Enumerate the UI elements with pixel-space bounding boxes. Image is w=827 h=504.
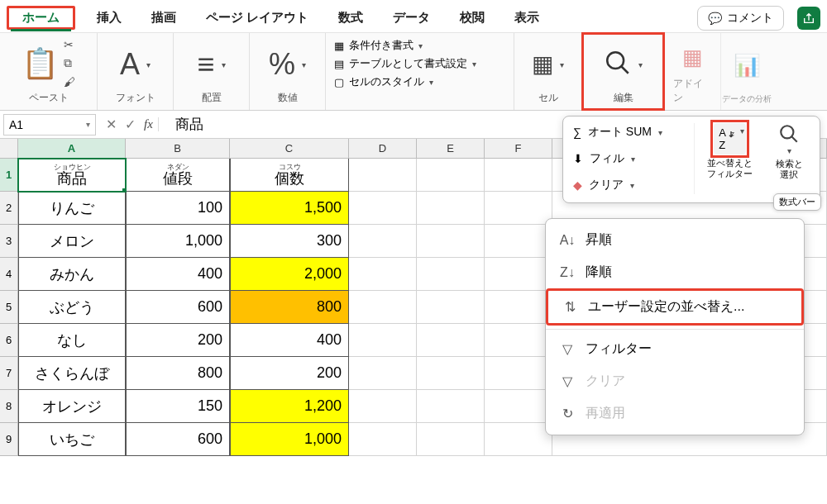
cell-A6[interactable]: なし xyxy=(18,324,126,357)
row-header[interactable]: 6 xyxy=(0,324,18,357)
formula-input[interactable]: 商品 xyxy=(165,115,203,134)
addin-icon[interactable]: ▦ xyxy=(682,45,703,70)
cell-empty[interactable] xyxy=(349,225,417,258)
col-header-B[interactable]: B xyxy=(126,139,230,158)
cell-A7[interactable]: さくらんぼ xyxy=(18,357,126,390)
find-icon[interactable] xyxy=(604,49,632,80)
cell-empty[interactable] xyxy=(417,357,485,390)
cell-empty[interactable] xyxy=(349,192,417,225)
cell-C4[interactable]: 2,000 xyxy=(230,258,349,291)
conditional-formatting-button[interactable]: ▦条件付き書式▾ xyxy=(334,38,476,53)
tab-formulas[interactable]: 数式 xyxy=(327,5,375,31)
cell-empty[interactable] xyxy=(417,324,485,357)
row-header[interactable]: 4 xyxy=(0,258,18,291)
cell-C6[interactable]: 400 xyxy=(230,324,349,357)
cell-empty[interactable] xyxy=(349,159,417,192)
format-painter-icon[interactable]: 🖌 xyxy=(64,75,75,88)
cell-C3[interactable]: 300 xyxy=(230,225,349,258)
cell-A8[interactable]: オレンジ xyxy=(18,390,126,423)
cell-A4[interactable]: みかん xyxy=(18,258,126,291)
cancel-icon[interactable]: ✕ xyxy=(106,116,117,132)
tab-draw[interactable]: 描画 xyxy=(140,5,188,31)
menu-sort-descending[interactable]: Z↓降順 xyxy=(546,256,804,288)
cell-empty[interactable] xyxy=(485,357,552,390)
cell-empty[interactable] xyxy=(485,192,552,225)
cell-empty[interactable] xyxy=(349,324,417,357)
cell-empty[interactable] xyxy=(485,324,552,357)
cell-empty[interactable] xyxy=(417,225,485,258)
col-header-C[interactable]: C xyxy=(230,139,349,158)
name-box[interactable]: A1 ▾ xyxy=(3,114,96,136)
cells-icon[interactable]: ▦ xyxy=(532,53,553,76)
cell-B2[interactable]: 100 xyxy=(126,192,230,225)
tab-review[interactable]: 校閲 xyxy=(448,5,496,31)
copy-icon[interactable]: ⧉ xyxy=(64,56,75,70)
cell-B8[interactable]: 150 xyxy=(126,390,230,423)
menu-custom-sort[interactable]: ⇅ユーザー設定の並べ替え... xyxy=(546,288,804,326)
cell-B5[interactable]: 600 xyxy=(126,291,230,324)
format-as-table-button[interactable]: ▤テーブルとして書式設定▾ xyxy=(334,56,476,71)
cell-empty[interactable] xyxy=(349,423,417,456)
chevron-down-icon[interactable]: ▾ xyxy=(638,60,643,69)
cell-C9[interactable]: 1,000 xyxy=(230,423,349,456)
cell-empty[interactable] xyxy=(485,390,552,423)
cell-empty[interactable] xyxy=(417,390,485,423)
comments-button[interactable]: 💬 コメント xyxy=(697,6,784,31)
cell-C1[interactable]: コスウ個数 xyxy=(230,159,349,192)
menu-filter[interactable]: ▽フィルター xyxy=(546,333,804,365)
row-header[interactable]: 9 xyxy=(0,423,18,456)
cell-empty[interactable] xyxy=(417,258,485,291)
cell-empty[interactable] xyxy=(349,258,417,291)
chevron-down-icon[interactable]: ▾ xyxy=(560,60,564,69)
row-header[interactable]: 5 xyxy=(0,291,18,324)
cell-B9[interactable]: 600 xyxy=(126,423,230,456)
cell-A3[interactable]: メロン xyxy=(18,225,126,258)
row-header[interactable]: 8 xyxy=(0,390,18,423)
autosum-button[interactable]: ∑オート SUM▾ xyxy=(570,123,694,141)
cell-styles-button[interactable]: ▢セルのスタイル▾ xyxy=(334,74,476,89)
chevron-down-icon[interactable]: ▾ xyxy=(302,60,306,69)
menu-sort-ascending[interactable]: A↓昇順 xyxy=(546,224,804,256)
fill-handle[interactable] xyxy=(122,188,126,192)
select-all-corner[interactable] xyxy=(0,139,18,158)
share-button[interactable] xyxy=(797,7,820,30)
sort-filter-button[interactable]: AZ ▾ xyxy=(714,123,746,155)
chevron-down-icon[interactable]: ▾ xyxy=(146,60,151,69)
col-header-E[interactable]: E xyxy=(417,139,485,158)
cell-B4[interactable]: 400 xyxy=(126,258,230,291)
tab-insert[interactable]: 挿入 xyxy=(85,5,133,31)
cell-A5[interactable]: ぶどう xyxy=(18,291,126,324)
cell-A2[interactable]: りんご xyxy=(18,192,126,225)
cell-B1[interactable]: ネダン値段 xyxy=(126,159,230,192)
cell-empty[interactable] xyxy=(417,159,485,192)
row-header-1[interactable]: 1 xyxy=(0,159,18,192)
chevron-down-icon[interactable]: ▾ xyxy=(222,60,226,69)
col-header-F[interactable]: F xyxy=(485,139,552,158)
cell-B7[interactable]: 800 xyxy=(126,357,230,390)
row-header[interactable]: 7 xyxy=(0,357,18,390)
col-header-A[interactable]: A xyxy=(18,139,126,158)
clear-button[interactable]: ◆クリア▾ xyxy=(570,176,694,194)
tab-home[interactable]: ホーム xyxy=(11,5,71,31)
cell-empty[interactable] xyxy=(485,225,552,258)
row-header[interactable]: 2 xyxy=(0,192,18,225)
tab-page-layout[interactable]: ページ レイアウト xyxy=(194,5,320,31)
cell-empty[interactable] xyxy=(417,192,485,225)
align-icon[interactable]: ≡ xyxy=(197,50,214,79)
col-header-D[interactable]: D xyxy=(349,139,417,158)
cell-C2[interactable]: 1,500 xyxy=(230,192,349,225)
group-editing[interactable]: ▾ 編集 xyxy=(582,33,665,110)
fx-icon[interactable]: fx xyxy=(144,117,159,131)
cell-empty[interactable] xyxy=(417,291,485,324)
chevron-down-icon[interactable]: ▾ xyxy=(86,120,90,129)
analysis-icon[interactable]: 📊 xyxy=(734,53,760,78)
cell-empty[interactable] xyxy=(485,291,552,324)
cell-A9[interactable]: いちご xyxy=(18,423,126,456)
font-icon[interactable]: A xyxy=(120,50,140,79)
cell-empty[interactable] xyxy=(349,390,417,423)
cell-empty[interactable] xyxy=(485,423,552,456)
cell-B3[interactable]: 1,000 xyxy=(126,225,230,258)
cell-B6[interactable]: 200 xyxy=(126,324,230,357)
cell-C5[interactable]: 800 xyxy=(230,291,349,324)
confirm-icon[interactable]: ✓ xyxy=(125,116,136,132)
